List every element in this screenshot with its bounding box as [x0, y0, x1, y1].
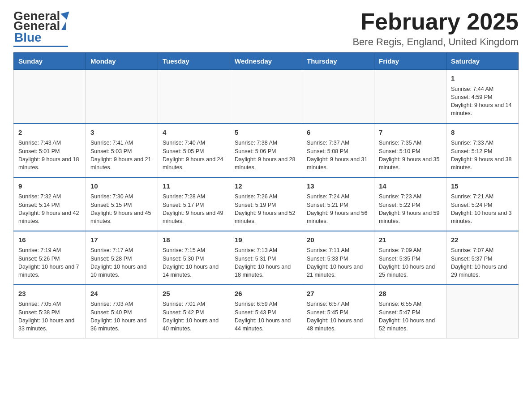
logo: General General Blue — [13, 9, 68, 47]
day-number: 5 — [235, 128, 297, 137]
sunset-text: Sunset: 5:26 PM — [18, 256, 60, 262]
sunrise-text: Sunrise: 7:17 AM — [90, 247, 133, 253]
sunset-text: Sunset: 5:01 PM — [18, 148, 60, 154]
daylight-text: Daylight: 10 hours and 40 minutes. — [163, 317, 219, 332]
daylight-text: Daylight: 10 hours and 25 minutes. — [379, 264, 435, 278]
day-number: 18 — [163, 235, 225, 245]
calendar-cell-week3-day1: 9Sunrise: 7:32 AMSunset: 5:14 PMDaylight… — [14, 177, 86, 231]
sunset-text: Sunset: 5:03 PM — [90, 148, 132, 154]
sunrise-text: Sunrise: 7:32 AM — [18, 193, 61, 200]
day-number: 22 — [451, 235, 514, 245]
daylight-text: Daylight: 10 hours and 44 minutes. — [235, 317, 291, 332]
calendar-cell-week5-day6: 28Sunrise: 6:55 AMSunset: 5:47 PMDayligh… — [374, 285, 446, 338]
sunset-text: Sunset: 5:22 PM — [379, 202, 420, 208]
logo-underline — [13, 46, 68, 47]
sunset-text: Sunset: 5:17 PM — [163, 202, 204, 208]
calendar-cell-week1-day3 — [158, 70, 230, 124]
sunset-text: Sunset: 5:31 PM — [235, 256, 276, 262]
day-number: 19 — [235, 235, 297, 245]
daylight-text: Daylight: 10 hours and 33 minutes. — [18, 317, 74, 332]
calendar-cell-week5-day1: 23Sunrise: 7:05 AMSunset: 5:38 PMDayligh… — [14, 285, 86, 338]
daylight-text: Daylight: 10 hours and 10 minutes. — [90, 264, 146, 278]
calendar-cell-week3-day6: 14Sunrise: 7:23 AMSunset: 5:22 PMDayligh… — [374, 177, 446, 231]
day-number: 7 — [379, 128, 442, 137]
daylight-text: Daylight: 9 hours and 35 minutes. — [379, 156, 440, 171]
calendar-cell-week5-day7 — [446, 285, 519, 338]
sunrise-text: Sunrise: 7:30 AM — [90, 193, 133, 200]
day-number: 9 — [18, 181, 81, 191]
sunrise-text: Sunrise: 7:05 AM — [18, 301, 61, 307]
daylight-text: Daylight: 10 hours and 18 minutes. — [235, 264, 291, 278]
calendar-cell-week2-day2: 3Sunrise: 7:41 AMSunset: 5:03 PMDaylight… — [86, 124, 158, 177]
day-number: 14 — [379, 181, 442, 191]
day-number: 21 — [379, 235, 442, 245]
week-row-4: 16Sunrise: 7:19 AMSunset: 5:26 PMDayligh… — [14, 231, 519, 285]
day-number: 28 — [379, 289, 442, 299]
calendar-cell-week1-day7: 1Sunrise: 7:44 AMSunset: 4:59 PMDaylight… — [446, 70, 519, 124]
daylight-text: Daylight: 9 hours and 45 minutes. — [90, 210, 151, 224]
day-number: 3 — [90, 128, 153, 137]
daylight-text: Daylight: 9 hours and 24 minutes. — [163, 156, 223, 171]
header-tuesday: Tuesday — [158, 53, 230, 70]
sunset-text: Sunset: 5:33 PM — [307, 256, 348, 262]
daylight-text: Daylight: 9 hours and 28 minutes. — [235, 156, 296, 171]
calendar-cell-week4-day1: 16Sunrise: 7:19 AMSunset: 5:26 PMDayligh… — [14, 231, 86, 285]
day-number: 15 — [451, 181, 514, 191]
sunrise-text: Sunrise: 7:01 AM — [163, 301, 205, 307]
sunrise-text: Sunrise: 7:28 AM — [163, 193, 205, 200]
sunset-text: Sunset: 5:24 PM — [451, 202, 492, 208]
sunset-text: Sunset: 5:15 PM — [90, 202, 132, 208]
calendar-cell-week1-day1 — [14, 70, 86, 124]
calendar-cell-week5-day2: 24Sunrise: 7:03 AMSunset: 5:40 PMDayligh… — [86, 285, 158, 338]
sunset-text: Sunset: 5:06 PM — [235, 148, 276, 154]
daylight-text: Daylight: 10 hours and 21 minutes. — [307, 264, 363, 278]
sunrise-text: Sunrise: 7:11 AM — [307, 247, 349, 253]
sunset-text: Sunset: 5:08 PM — [307, 148, 348, 154]
calendar-cell-week1-day5 — [302, 70, 374, 124]
day-number: 24 — [90, 289, 153, 299]
day-number: 23 — [18, 289, 81, 299]
day-number: 16 — [18, 235, 81, 245]
sunset-text: Sunset: 5:28 PM — [90, 256, 132, 262]
calendar-cell-week4-day2: 17Sunrise: 7:17 AMSunset: 5:28 PMDayligh… — [86, 231, 158, 285]
daylight-text: Daylight: 9 hours and 42 minutes. — [18, 210, 79, 224]
daylight-text: Daylight: 9 hours and 49 minutes. — [163, 210, 223, 224]
daylight-text: Daylight: 9 hours and 59 minutes. — [379, 210, 440, 224]
sunset-text: Sunset: 5:05 PM — [163, 148, 204, 154]
sunset-text: Sunset: 5:30 PM — [163, 256, 204, 262]
sunrise-text: Sunrise: 7:44 AM — [451, 86, 493, 92]
calendar-table: SundayMondayTuesdayWednesdayThursdayFrid… — [13, 52, 519, 338]
sunset-text: Sunset: 5:40 PM — [90, 309, 132, 316]
daylight-text: Daylight: 10 hours and 14 minutes. — [163, 264, 219, 278]
calendar-cell-week3-day2: 10Sunrise: 7:30 AMSunset: 5:15 PMDayligh… — [86, 177, 158, 231]
sunrise-text: Sunrise: 6:59 AM — [235, 301, 277, 307]
day-number: 25 — [163, 289, 225, 299]
sunrise-text: Sunrise: 7:07 AM — [451, 247, 493, 253]
sunset-text: Sunset: 5:19 PM — [235, 202, 276, 208]
sunrise-text: Sunrise: 6:57 AM — [307, 301, 349, 307]
calendar-cell-week4-day4: 19Sunrise: 7:13 AMSunset: 5:31 PMDayligh… — [230, 231, 302, 285]
calendar-cell-week3-day7: 15Sunrise: 7:21 AMSunset: 5:24 PMDayligh… — [446, 177, 519, 231]
sunrise-text: Sunrise: 6:55 AM — [379, 301, 421, 307]
calendar-cell-week1-day6 — [374, 70, 446, 124]
sunrise-text: Sunrise: 7:24 AM — [307, 193, 349, 200]
sunrise-text: Sunrise: 7:15 AM — [163, 247, 205, 253]
sunrise-text: Sunrise: 7:38 AM — [235, 140, 277, 146]
day-number: 12 — [235, 181, 297, 191]
calendar-title: February 2025 — [352, 9, 519, 34]
calendar-cell-week2-day6: 7Sunrise: 7:35 AMSunset: 5:10 PMDaylight… — [374, 124, 446, 177]
daylight-text: Daylight: 10 hours and 29 minutes. — [451, 264, 507, 278]
sunset-text: Sunset: 5:21 PM — [307, 202, 348, 208]
sunrise-text: Sunrise: 7:03 AM — [90, 301, 133, 307]
calendar-cell-week2-day1: 2Sunrise: 7:43 AMSunset: 5:01 PMDaylight… — [14, 124, 86, 177]
sunset-text: Sunset: 5:47 PM — [379, 309, 420, 316]
page-header: General General Blue February 2025 Bere … — [13, 9, 519, 48]
sunset-text: Sunset: 5:42 PM — [163, 309, 204, 316]
calendar-cell-week2-day3: 4Sunrise: 7:40 AMSunset: 5:05 PMDaylight… — [158, 124, 230, 177]
header-friday: Friday — [374, 53, 446, 70]
calendar-cell-week4-day7: 22Sunrise: 7:07 AMSunset: 5:37 PMDayligh… — [446, 231, 519, 285]
day-number: 10 — [90, 181, 153, 191]
sunrise-text: Sunrise: 7:41 AM — [90, 140, 133, 146]
week-row-5: 23Sunrise: 7:05 AMSunset: 5:38 PMDayligh… — [14, 285, 519, 338]
day-number: 20 — [307, 235, 369, 245]
